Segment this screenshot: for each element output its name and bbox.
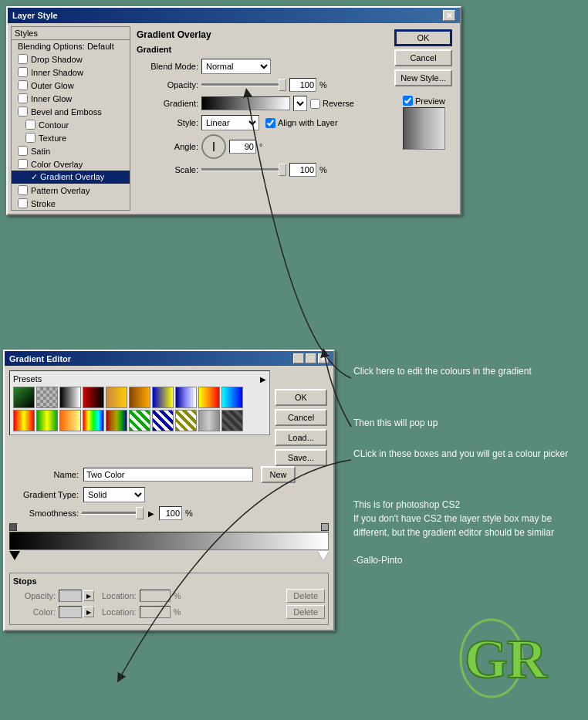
inner-shadow-checkbox[interactable] [18,67,28,77]
color-arrow-btn[interactable]: ▶ [83,607,94,617]
layer-style-dialog: Layer Style ✕ Styles Blending Options: D… [6,6,461,215]
preset-item-9[interactable] [221,387,243,408]
color-delete-button[interactable]: Delete [286,605,325,619]
color-overlay-item[interactable]: Color Overlay [12,157,130,171]
blend-mode-select[interactable]: Normal [201,59,271,74]
texture-checkbox[interactable] [25,133,35,143]
contour-item[interactable]: Contour [12,118,130,131]
preset-item-18[interactable] [198,410,220,431]
preview-label[interactable]: Preview [403,96,445,106]
reverse-label[interactable]: Reverse [310,99,354,109]
ge-new-button[interactable]: New [261,466,296,483]
scale-input[interactable] [289,163,316,177]
color-color-box[interactable] [59,606,82,618]
cancel-button[interactable]: Cancel [394,49,452,66]
preset-item-14[interactable] [106,410,127,431]
preset-item-6[interactable] [152,387,174,408]
opacity-input[interactable] [289,78,316,92]
pattern-overlay-checkbox[interactable] [18,185,28,195]
gradient-type-select[interactable]: Solid [83,487,145,502]
degree-symbol: ° [259,142,262,151]
svg-text:G: G [465,628,508,690]
preset-item-11[interactable] [36,410,58,431]
buttons-panel: OK Cancel New Style... Preview [391,26,457,211]
gradient-overlay-label: ✓ Gradient Overlay [31,172,104,182]
scale-slider[interactable] [201,164,286,176]
inner-glow-item[interactable]: Inner Glow [12,92,130,105]
bevel-emboss-checkbox[interactable] [18,106,28,117]
smoothness-input[interactable] [159,506,182,520]
gradient-label: Gradient: [137,99,198,108]
angle-input[interactable] [229,140,256,154]
opacity-arrow-btn[interactable]: ▶ [83,590,94,601]
stroke-checkbox[interactable] [18,198,28,208]
texture-item[interactable]: Texture [12,131,130,144]
satin-checkbox[interactable] [18,146,28,156]
opacity-color-box[interactable] [59,590,82,602]
preview-box [403,107,445,150]
minimize-button[interactable]: _ [293,353,304,363]
texture-label: Texture [39,134,66,143]
inner-glow-label: Inner Glow [31,94,72,103]
preset-item-10[interactable] [13,410,35,431]
preset-item-12[interactable] [59,410,81,431]
preview-checkbox[interactable] [403,96,413,106]
drop-shadow-item[interactable]: Drop Shadow [12,52,130,66]
color-overlay-checkbox[interactable] [18,159,28,169]
name-input[interactable] [83,468,253,482]
smoothness-arrow[interactable]: ▶ [148,509,154,518]
preset-item-2[interactable] [59,387,81,408]
inner-shadow-item[interactable]: Inner Shadow [12,66,130,79]
inner-glow-checkbox[interactable] [18,93,28,103]
pattern-overlay-item[interactable]: Pattern Overlay [12,184,130,197]
preset-item-15[interactable] [129,410,150,431]
preset-item-3[interactable] [83,387,104,408]
outer-glow-checkbox[interactable] [18,80,28,90]
preset-item-17[interactable] [175,410,197,431]
bevel-emboss-item[interactable]: Bevel and Emboss [12,105,130,118]
preset-item-4[interactable] [106,387,127,408]
preset-item-5[interactable] [129,387,150,408]
drop-shadow-checkbox[interactable] [18,54,28,64]
gradient-overlay-item[interactable]: ✓ Gradient Overlay [12,171,130,184]
align-checkbox[interactable] [265,118,275,128]
reverse-checkbox[interactable] [310,99,320,109]
style-select[interactable]: Linear [201,115,259,130]
stroke-item[interactable]: Stroke [12,197,130,210]
ge-cancel-button[interactable]: Cancel [275,409,327,426]
ge-ok-button[interactable]: OK [275,389,327,406]
preset-item-7[interactable] [175,387,197,408]
opacity-location-input[interactable] [140,590,171,602]
preset-item-13[interactable] [83,410,104,431]
preset-item-0[interactable] [13,387,35,408]
gradient-picker[interactable] [201,96,290,110]
preset-item-1[interactable] [36,387,58,408]
ge-load-button[interactable]: Load... [275,429,327,446]
ge-save-button[interactable]: Save... [275,449,327,466]
close-button[interactable]: ✕ [318,353,329,363]
ok-button[interactable]: OK [394,29,452,46]
styles-panel: Styles Blending Options: Default Drop Sh… [11,26,130,211]
opacity-stop-left[interactable] [9,523,17,531]
new-style-button[interactable]: New Style... [394,69,452,86]
satin-item[interactable]: Satin [12,144,130,157]
preset-item-16[interactable] [152,410,174,431]
preset-item-8[interactable] [198,387,220,408]
gradient-editor-titlebar: Gradient Editor _ □ ✕ [5,351,333,366]
color-location-input[interactable] [140,606,171,618]
preset-item-19[interactable] [221,410,243,431]
color-stop-right[interactable] [318,551,329,560]
align-label[interactable]: Align with Layer [265,118,338,128]
contour-checkbox[interactable] [25,120,35,130]
smoothness-slider[interactable] [82,507,144,519]
opacity-delete-button[interactable]: Delete [286,589,325,603]
blending-options-item[interactable]: Blending Options: Default [12,40,130,52]
maximize-button[interactable]: □ [306,353,316,363]
angle-wheel[interactable] [201,134,226,159]
outer-glow-item[interactable]: Outer Glow [12,79,130,92]
color-stop-left[interactable] [9,551,20,560]
opacity-slider[interactable] [201,79,286,91]
gradient-dropdown[interactable]: ▼ [293,96,307,111]
layer-style-close-button[interactable]: ✕ [443,10,455,21]
opacity-stop-right[interactable] [321,523,329,531]
